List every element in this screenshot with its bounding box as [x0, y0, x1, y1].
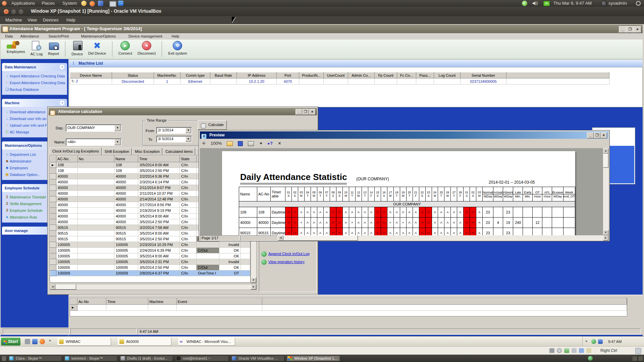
- view-operation-history-link[interactable]: View operation history: [268, 260, 305, 264]
- calc-grid-row[interactable]: 1000051000053/5/2014 2:50 PMC/InC/OutOK: [50, 265, 250, 270]
- machine-column-header[interactable]: Baud Rate: [210, 72, 237, 78]
- start-button[interactable]: Start: [1, 338, 20, 346]
- tray-blue-icon[interactable]: [598, 339, 603, 344]
- scroll-thumb[interactable]: [283, 235, 358, 241]
- vbox-menu-view[interactable]: View: [24, 16, 40, 24]
- toolbar-connect-button[interactable]: ▶Connect: [116, 40, 135, 58]
- machine-column-header[interactable]: Fp Count: [375, 72, 397, 78]
- ubuntu-logo-icon[interactable]: [2, 1, 7, 6]
- tab-calculated-items[interactable]: Calculated items: [163, 148, 195, 155]
- chevron-down-icon[interactable]: ▼: [114, 139, 121, 145]
- sidebar-item-export-attendance-checking-dat[interactable]: ↑Export Attendance Checking Data: [4, 79, 67, 86]
- machine-column-header[interactable]: Status: [112, 72, 154, 78]
- scroll-left-icon[interactable]: ◄: [278, 235, 283, 241]
- window-button-drafts-1-draft-evolut-[interactable]: Drafts (1 draft) - Evolut...: [119, 355, 173, 361]
- app-menu-data[interactable]: Data: [2, 33, 16, 40]
- chevron-up-icon[interactable]: «: [60, 101, 64, 105]
- calc-column-header[interactable]: AC-No.: [56, 156, 78, 162]
- calc-column-header[interactable]: No.: [77, 156, 114, 162]
- log-column-header[interactable]: Machine: [148, 299, 176, 305]
- print-icon[interactable]: [248, 141, 254, 146]
- machine-column-header[interactable]: IP Address: [237, 72, 277, 78]
- window-button-root-intranet1-[interactable]: root@intranet1:~: [175, 355, 229, 361]
- calc-grid-hscrollbar[interactable]: ◄ ►: [50, 284, 257, 290]
- name-combobox[interactable]: <All> ▼: [66, 138, 121, 146]
- app-menu-attendance[interactable]: Attendance: [17, 33, 42, 40]
- toolbar-employees-button[interactable]: Employees: [4, 40, 28, 58]
- preview-titlebar[interactable]: R Preview _ ❐ ×: [200, 131, 608, 139]
- preview-hscrollbar[interactable]: ◄ ►: [278, 235, 608, 241]
- calc-grid-row[interactable]: 1000051000053/5/2014 8:00 AMC/InOK: [50, 253, 250, 259]
- scroll-left-icon[interactable]: ◄: [50, 284, 55, 290]
- calc-minimize-icon[interactable]: _: [296, 109, 302, 115]
- calc-grid-row[interactable]: 1000051000053/5/2014 2:31 PMC/InInvalid: [50, 259, 250, 265]
- save-icon[interactable]: [238, 141, 243, 146]
- workspace-switcher-icon[interactable]: [632, 356, 638, 361]
- machine-column-header[interactable]: Fc Co...: [397, 72, 416, 78]
- log-column-header-blank[interactable]: [70, 299, 77, 305]
- virtualbox-icon[interactable]: [98, 1, 103, 6]
- vm-harddisk-icon[interactable]: [549, 348, 554, 353]
- machine-table-row[interactable]: ↻2Disconnected1Ethernet10.2.1.2043700237…: [70, 78, 609, 84]
- tray-collapse-icon[interactable]: «: [585, 339, 587, 343]
- sidebar-item-import-attendance-checking-dat[interactable]: ↓Import Attendance Checking Data: [4, 72, 67, 79]
- app-menu-device-management[interactable]: Device management: [125, 33, 165, 40]
- machine-column-header[interactable]: Serial Number: [461, 72, 506, 78]
- preview-minimize-icon[interactable]: _: [587, 132, 594, 138]
- chevron-down-icon[interactable]: ▼: [114, 125, 121, 131]
- to-date-picker[interactable]: 3/ 5/2014 ▼: [156, 136, 192, 142]
- calc-dialog-titlebar[interactable]: Attendance calculation _ ❐ ×: [49, 108, 317, 115]
- calc-column-header[interactable]: Name: [114, 156, 138, 162]
- scroll-right-icon[interactable]: ►: [603, 235, 608, 241]
- quicklaunch-firefox-icon[interactable]: [40, 339, 45, 344]
- quicklaunch-desktop-icon[interactable]: [32, 339, 38, 344]
- vbox-menu-machine[interactable]: Machine: [2, 16, 25, 24]
- vbox-menu-help[interactable]: Help: [63, 16, 79, 24]
- preview-restore-icon[interactable]: ❐: [594, 132, 600, 138]
- toolbar-disconnect-button[interactable]: ■Disconnect: [135, 40, 158, 58]
- append-clock-log-link[interactable]: Append Clock In/Out Log: [268, 252, 310, 256]
- find-binoculars-icon[interactable]: ⚭: [259, 140, 263, 147]
- toolbar-del-device-button[interactable]: ✖Del Device: [86, 40, 109, 58]
- app-menu-search-print[interactable]: Search/Print: [46, 33, 72, 40]
- scroll-up-icon[interactable]: ▲: [603, 148, 608, 154]
- app-close-icon[interactable]: ×: [634, 26, 641, 33]
- taskbar-button-att3000[interactable]: Att3000: [118, 338, 171, 346]
- scroll-down-icon[interactable]: ▼: [603, 230, 608, 235]
- calc-grid-row[interactable]: 1000051000052/24/2014 6:39 PMC/InC/OutOK: [50, 248, 250, 253]
- calc-column-header[interactable]: State: [180, 156, 197, 162]
- notification-icon[interactable]: [588, 356, 593, 361]
- log-column-header[interactable]: Event: [176, 299, 262, 305]
- vm-display-icon[interactable]: [586, 348, 591, 353]
- toolbar-exit-system-button[interactable]: ΦExit system: [165, 40, 190, 58]
- vm-sharedfolders-icon[interactable]: [579, 348, 584, 353]
- user-avatar-icon[interactable]: [601, 1, 607, 6]
- calc-column-header[interactable]: Time: [138, 156, 180, 162]
- help-pointer-icon[interactable]: ▸?: [268, 140, 272, 147]
- app-restore-icon[interactable]: ❐: [626, 26, 634, 33]
- machine-column-header[interactable]: Log Count: [434, 72, 461, 78]
- dep-combobox[interactable]: OUR COMPANY ▼: [66, 124, 121, 132]
- session-user[interactable]: sysadmin: [608, 0, 627, 7]
- chevron-up-icon[interactable]: «: [60, 65, 64, 69]
- app-minimize-icon[interactable]: _: [619, 26, 627, 33]
- scroll-thumb[interactable]: [603, 154, 608, 168]
- preview-content[interactable]: Daily Attendance Statistic (OUR COMPANY)…: [200, 148, 603, 235]
- machine-column-header[interactable]: ProductN...: [299, 72, 324, 78]
- tab-shift-exception[interactable]: Shift Exception: [102, 148, 132, 155]
- scroll-right-icon[interactable]: ►: [251, 284, 256, 290]
- machine-column-header[interactable]: Port: [277, 72, 299, 78]
- tray-green-icon[interactable]: [591, 339, 596, 344]
- window-button-kelvintx3-skype-[interactable]: kelvintx3 - Skype™: [64, 355, 117, 361]
- sidebar-item-backup-database[interactable]: ❏Backup Database: [4, 86, 67, 93]
- vbox-maximize-icon[interactable]: ˆ: [18, 9, 24, 14]
- pan-icon[interactable]: ✛: [202, 140, 206, 147]
- log-empty-row[interactable]: ▶: [70, 305, 627, 311]
- open-folder-icon[interactable]: [227, 141, 233, 146]
- menu-places[interactable]: Places: [39, 0, 57, 7]
- calc-grid-row[interactable]: 1000091000092/8/2014 6:37 PMC/InOverTime…: [50, 270, 250, 276]
- machine-column-header[interactable]: Admin Co...: [348, 72, 375, 78]
- machine-column-header[interactable]: Device Name: [70, 72, 112, 78]
- show-desktop-icon[interactable]: [1, 356, 7, 361]
- teamviewer-icon[interactable]: ↔: [118, 1, 123, 6]
